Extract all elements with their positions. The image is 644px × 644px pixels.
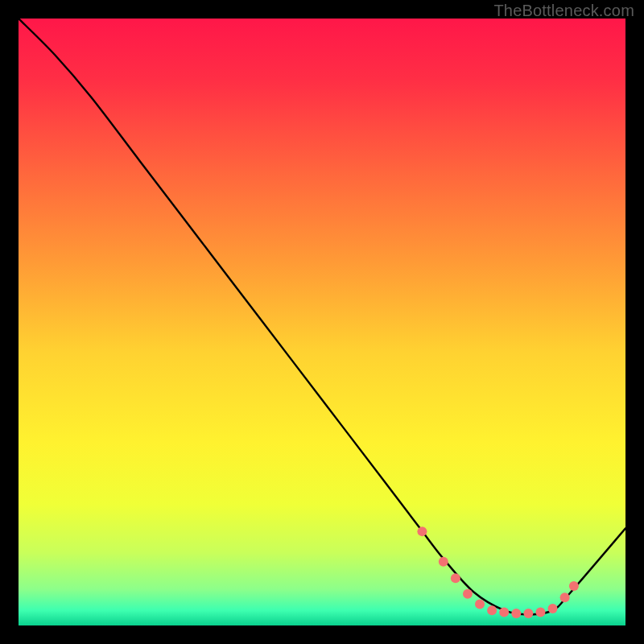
data-point [523, 609, 533, 618]
data-point [569, 581, 579, 591]
data-point [487, 605, 497, 615]
data-point [439, 557, 448, 567]
bottleneck-chart [19, 19, 625, 625]
watermark-text: TheBottleneck.com [493, 2, 634, 20]
data-point [511, 609, 521, 618]
data-point [548, 604, 558, 613]
data-point [560, 592, 570, 602]
data-point [451, 573, 460, 583]
data-point [417, 526, 427, 536]
data-point [499, 607, 509, 617]
data-point [535, 607, 545, 617]
data-point [475, 600, 485, 609]
chart-frame: TheBottleneck.com [0, 0, 644, 644]
gradient-background [19, 19, 625, 625]
data-point [463, 589, 473, 599]
